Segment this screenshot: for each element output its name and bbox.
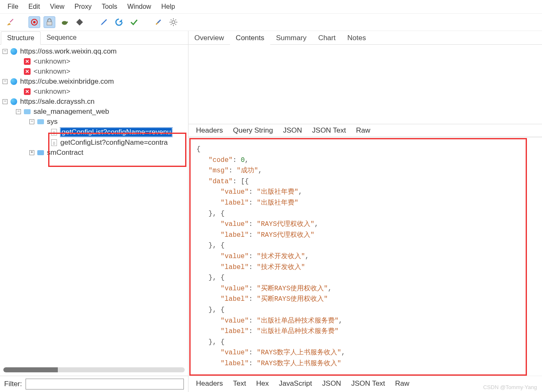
svg-point-3 xyxy=(62,21,67,25)
tree-item[interactable]: ✕<unknown> xyxy=(0,67,188,77)
tree-request[interactable]: {}getConfigList?configName=contra xyxy=(0,138,188,148)
menu-file[interactable]: File xyxy=(3,2,23,12)
lock-icon[interactable] xyxy=(44,16,55,28)
tab-chart[interactable]: Chart xyxy=(312,31,342,45)
btab-raw[interactable]: Raw xyxy=(390,378,414,389)
btab-javascript[interactable]: JavaScript xyxy=(274,378,317,389)
subtab-raw[interactable]: Raw xyxy=(351,124,375,137)
tree-item[interactable]: ✕<unknown> xyxy=(0,56,188,67)
watermark: CSDN @Tommy·Yang xyxy=(483,384,537,390)
tab-overview[interactable]: Overview xyxy=(188,31,230,45)
folder-icon xyxy=(23,109,31,114)
request-subtabs: Headers Query String JSON JSON Text Raw xyxy=(188,124,542,137)
globe-icon xyxy=(10,78,18,85)
right-tabs: Overview Contents Summary Chart Notes xyxy=(188,31,542,45)
globe-icon xyxy=(10,48,18,55)
btab-hex[interactable]: Hex xyxy=(251,378,274,389)
gear-icon[interactable] xyxy=(168,16,179,28)
tab-structure[interactable]: Structure xyxy=(1,31,41,45)
svg-marker-5 xyxy=(76,19,83,26)
subtab-json[interactable]: JSON xyxy=(278,124,307,137)
main-split: Structure Sequence −https://oss.work.wei… xyxy=(0,31,542,392)
json-text-viewer[interactable]: { "code": 0, "msg": "成功", "data": [{ "va… xyxy=(189,138,527,376)
folder-icon xyxy=(37,150,44,155)
menu-proxy[interactable]: Proxy xyxy=(70,2,97,12)
btab-text[interactable]: Text xyxy=(228,378,251,389)
menu-window[interactable]: Window xyxy=(122,2,156,12)
turtle-icon[interactable] xyxy=(59,16,70,28)
tree-folder[interactable]: −sys xyxy=(0,117,188,127)
tree-view: −https://oss.work.weixin.qq.com ✕<unknow… xyxy=(0,45,188,364)
filter-label: Filter: xyxy=(4,380,22,388)
btab-json-text[interactable]: JSON Text xyxy=(346,378,390,389)
collapse-icon[interactable]: − xyxy=(3,99,8,104)
tree-host[interactable]: −https://cube.weixinbridge.com xyxy=(0,77,188,87)
check-icon[interactable] xyxy=(128,16,140,28)
refresh-icon[interactable] xyxy=(113,16,125,28)
tree-item[interactable]: ✕<unknown> xyxy=(0,87,188,97)
btab-json[interactable]: JSON xyxy=(317,378,346,389)
horizontal-scrollbar[interactable] xyxy=(3,367,185,372)
svg-rect-2 xyxy=(47,22,52,25)
tree-request-selected[interactable]: {}getConfigList?configName=revenu xyxy=(0,127,188,138)
request-preview-area xyxy=(188,45,542,124)
collapse-icon[interactable]: − xyxy=(3,49,8,54)
menu-help[interactable]: Help xyxy=(156,2,180,12)
error-icon: ✕ xyxy=(23,68,31,75)
left-pane: Structure Sequence −https://oss.work.wei… xyxy=(0,31,188,392)
file-icon: {} xyxy=(50,139,58,146)
collapse-icon[interactable]: − xyxy=(29,119,34,124)
tab-contents[interactable]: Contents xyxy=(230,31,270,45)
breakpoint-icon[interactable] xyxy=(74,16,85,28)
error-icon: ✕ xyxy=(23,88,31,95)
menu-view[interactable]: View xyxy=(45,2,69,12)
tree-host[interactable]: −https://oss.work.weixin.qq.com xyxy=(0,46,188,56)
svg-point-6 xyxy=(172,20,175,23)
file-icon: {} xyxy=(50,129,58,136)
broom-icon[interactable] xyxy=(4,16,16,28)
tree-folder[interactable]: +smContract xyxy=(0,148,188,158)
filter-bar: Filter: xyxy=(0,376,188,392)
tools-icon[interactable] xyxy=(152,16,164,28)
tab-summary[interactable]: Summary xyxy=(270,31,312,45)
btab-headers[interactable]: Headers xyxy=(191,378,228,389)
collapse-icon[interactable]: − xyxy=(3,79,8,84)
subtab-headers[interactable]: Headers xyxy=(191,124,228,137)
right-pane: Overview Contents Summary Chart Notes He… xyxy=(188,31,542,392)
folder-icon xyxy=(37,119,44,124)
tab-sequence[interactable]: Sequence xyxy=(41,31,83,45)
menu-tools[interactable]: Tools xyxy=(97,2,122,12)
toolbar xyxy=(0,14,542,31)
tree-folder[interactable]: −sale_management_web xyxy=(0,107,188,117)
globe-icon xyxy=(10,98,18,105)
error-icon: ✕ xyxy=(23,58,31,65)
record-icon[interactable] xyxy=(28,16,40,28)
menu-bar: File Edit View Proxy Tools Window Help xyxy=(0,0,542,14)
menu-edit[interactable]: Edit xyxy=(23,2,45,12)
svg-point-1 xyxy=(33,21,36,23)
expand-icon[interactable]: + xyxy=(29,150,34,155)
subtab-querystring[interactable]: Query String xyxy=(228,124,278,137)
pen-icon[interactable] xyxy=(98,16,110,28)
svg-point-4 xyxy=(67,21,68,23)
subtab-json-text[interactable]: JSON Text xyxy=(307,124,351,137)
tree-host[interactable]: −https://sale.dcrayssh.cn xyxy=(0,97,188,107)
tab-notes[interactable]: Notes xyxy=(341,31,372,45)
left-tabs: Structure Sequence xyxy=(0,31,188,45)
filter-input[interactable] xyxy=(26,379,184,389)
collapse-icon[interactable]: − xyxy=(16,109,21,114)
